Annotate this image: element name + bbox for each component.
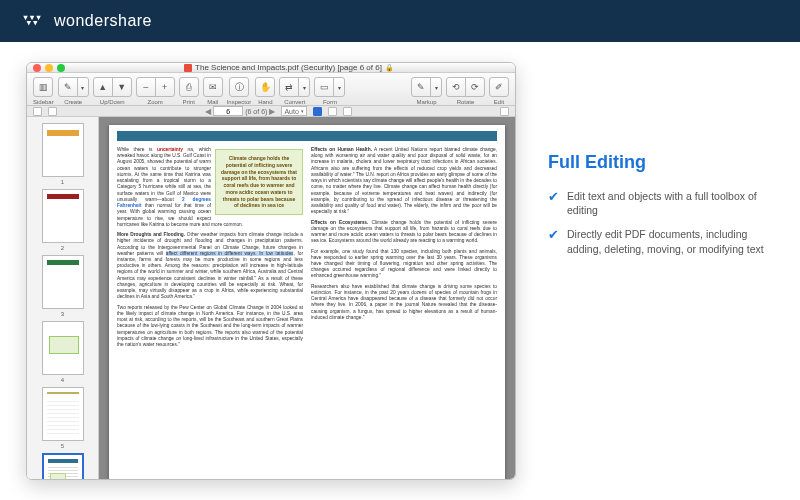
current-page-input[interactable]: [213, 106, 243, 116]
tool-sidebar: ▥ Sidebar: [33, 77, 54, 105]
markup-dropdown-icon[interactable]: ▾: [430, 77, 442, 97]
markup-icon[interactable]: ✎: [411, 77, 431, 97]
feature-list: ✔ Edit text and objects with a full tool…: [548, 189, 774, 256]
image-tool-icon[interactable]: [328, 107, 337, 116]
tool-create: ✎ ▾ Create: [58, 77, 89, 105]
feature-panel: Full Editing ✔ Edit text and objects wit…: [548, 152, 774, 256]
thumb-4[interactable]: 4: [42, 321, 84, 383]
page-canvas: Climate change holds the potential of in…: [109, 125, 505, 480]
arrow-up-icon[interactable]: ▲: [93, 77, 113, 97]
wondershare-logo-icon: [20, 13, 46, 29]
thumbs-toggle-icon[interactable]: [33, 107, 42, 116]
pdf-file-icon: [184, 64, 192, 72]
convert-dropdown-icon[interactable]: ▾: [298, 77, 310, 97]
search-icon[interactable]: [500, 107, 509, 116]
tool-hand: ✋ Hand: [255, 77, 275, 105]
feature-item: ✔ Edit text and objects with a full tool…: [548, 189, 774, 217]
page-total-label: (6 of 6): [245, 108, 267, 115]
para[interactable]: Two reports released by the Pew Center o…: [117, 305, 303, 349]
thumbnail-sidebar: 1 2 3 4 5 6: [27, 117, 99, 480]
text-tool-icon[interactable]: [313, 107, 322, 116]
window-titlebar: The Science and Impacts.pdf (Security) […: [27, 63, 515, 73]
brand-bar: wondershare: [0, 0, 800, 42]
page-header-band: [117, 131, 497, 141]
page-prev-icon[interactable]: ◀: [205, 107, 211, 116]
tool-updown: ▲ ▼ Up/Down: [93, 77, 132, 105]
print-icon[interactable]: ⎙: [179, 77, 199, 97]
window-title: The Science and Impacts.pdf (Security) […: [69, 63, 509, 72]
feature-title: Full Editing: [548, 152, 774, 173]
tool-mail: ✉ Mail: [203, 77, 223, 105]
tool-inspector: ⓘ Inspector: [227, 77, 252, 105]
lock-icon: 🔒: [385, 64, 394, 72]
hand-icon[interactable]: ✋: [255, 77, 275, 97]
inspector-icon[interactable]: ⓘ: [229, 77, 249, 97]
zoom-selector[interactable]: Auto ▾: [281, 106, 306, 116]
list-toggle-icon[interactable]: [48, 107, 57, 116]
page-view[interactable]: Climate change holds the potential of in…: [99, 117, 515, 480]
col-left: Climate change holds the potential of in…: [117, 147, 303, 480]
para[interactable]: Effects on Ecosystems. Climate change ho…: [311, 220, 497, 245]
para[interactable]: Researchers also have established that c…: [311, 284, 497, 321]
arrow-down-icon[interactable]: ▼: [112, 77, 132, 97]
brand-logo: wondershare: [20, 12, 152, 30]
feature-item: ✔ Directly edit PDF documents, including…: [548, 227, 774, 255]
app-content: 1 2 3 4 5 6 Climate change holds the pot…: [27, 117, 515, 480]
tool-markup: ✎ ▾ Markup: [411, 77, 442, 105]
zoom-window-icon[interactable]: [57, 64, 65, 72]
document-tabbar: ◀ (6 of 6) ▶ Auto ▾: [27, 106, 515, 117]
check-icon: ✔: [548, 190, 559, 203]
callout-box[interactable]: Climate change holds the potential of in…: [215, 149, 303, 215]
pdf-editor-window: The Science and Impacts.pdf (Security) […: [26, 62, 516, 480]
rotate-right-icon[interactable]: ⟳: [465, 77, 485, 97]
col-right: Effects on Human Health. A recent United…: [311, 147, 497, 480]
rotate-left-icon[interactable]: ⟲: [446, 77, 466, 97]
thumb-1[interactable]: 1: [42, 123, 84, 185]
toolbar: ▥ Sidebar ✎ ▾ Create ▲ ▼ Up/Down –: [27, 73, 515, 106]
object-tool-icon[interactable]: [343, 107, 352, 116]
brand-name: wondershare: [54, 12, 152, 30]
para[interactable]: More Droughts and Flooding. Other weathe…: [117, 232, 303, 301]
tool-rotate: ⟲ ⟳ Rotate: [446, 77, 485, 105]
form-icon[interactable]: ▭: [314, 77, 334, 97]
close-icon[interactable]: [33, 64, 41, 72]
form-dropdown-icon[interactable]: ▾: [333, 77, 345, 97]
text-selection: affect different regions in different wa…: [166, 251, 294, 256]
page-navigator: ◀ (6 of 6) ▶: [205, 106, 275, 116]
edit-icon[interactable]: ✐: [489, 77, 509, 97]
minimize-icon[interactable]: [45, 64, 53, 72]
chevron-down-icon: ▾: [301, 108, 304, 114]
thumb-3[interactable]: 3: [42, 255, 84, 317]
para[interactable]: Effects on Human Health. A recent United…: [311, 147, 497, 216]
page-next-icon[interactable]: ▶: [269, 107, 275, 116]
tool-form: ▭ ▾ Form: [314, 77, 345, 105]
window-traffic-lights: [33, 64, 65, 72]
create-dropdown-icon[interactable]: ▾: [77, 77, 89, 97]
tool-zoom: – + Zoom: [136, 77, 175, 105]
tool-print: ⎙ Print: [179, 77, 199, 105]
thumb-5[interactable]: 5: [42, 387, 84, 449]
tool-edit: ✐ Edit: [489, 77, 509, 105]
tool-convert: ⇄ ▾ Convert: [279, 77, 310, 105]
para[interactable]: For example, one study found that 130 sp…: [311, 249, 497, 280]
thumb-2[interactable]: 2: [42, 189, 84, 251]
zoom-out-icon[interactable]: –: [136, 77, 156, 97]
check-icon: ✔: [548, 228, 559, 241]
convert-icon[interactable]: ⇄: [279, 77, 299, 97]
create-icon[interactable]: ✎: [58, 77, 78, 97]
thumb-6[interactable]: 6: [42, 453, 84, 480]
mail-icon[interactable]: ✉: [203, 77, 223, 97]
sidebar-icon[interactable]: ▥: [33, 77, 53, 97]
zoom-in-icon[interactable]: +: [155, 77, 175, 97]
